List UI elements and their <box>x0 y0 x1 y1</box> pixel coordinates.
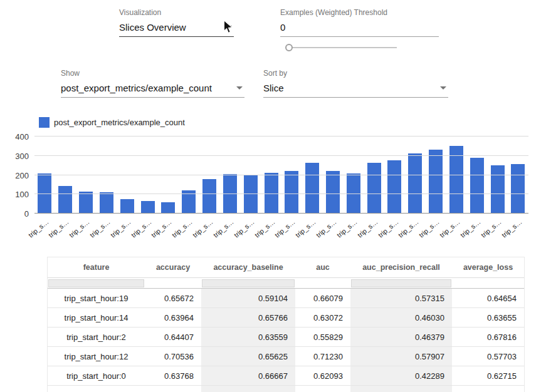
metric-cell: 0.55829 <box>295 328 350 347</box>
feature-cell: trip_start_hour:2 <box>48 328 145 347</box>
feature-cell: trip_start_hour:23 <box>48 386 145 392</box>
bar-cell <box>34 137 55 214</box>
bar-cell <box>261 137 281 214</box>
metric-cell: 0.42289 <box>350 366 452 386</box>
bar[interactable] <box>58 186 72 214</box>
bar[interactable] <box>79 192 93 214</box>
gridline <box>34 175 528 175</box>
filter-cell <box>48 278 145 289</box>
show-label: Show <box>61 69 244 78</box>
y-tick-label: 300 <box>3 152 29 161</box>
column-header-accuracy_baseline[interactable]: accuracy_baseline <box>201 257 295 278</box>
metric-cell: 0.64407 <box>145 328 201 347</box>
metric-cell: 0.44173 <box>350 386 452 392</box>
bar[interactable] <box>285 171 298 214</box>
chevron-down-icon[interactable] <box>236 86 243 90</box>
bar[interactable] <box>367 163 381 214</box>
bar[interactable] <box>491 165 505 214</box>
y-tick-label: 400 <box>3 132 29 142</box>
show-value: post_export_metrics/example_count <box>61 83 212 93</box>
slider-track[interactable] <box>286 47 397 48</box>
gridline <box>34 193 528 194</box>
bar[interactable] <box>161 202 175 214</box>
bar-cell <box>384 137 405 214</box>
bar[interactable] <box>141 201 155 214</box>
column-header-accuracy[interactable]: accuracy <box>145 257 201 278</box>
column-filter-input[interactable] <box>351 279 451 287</box>
metric-cell: 0.63072 <box>295 308 350 328</box>
x-label-cell: trip_s… <box>508 217 528 238</box>
bar[interactable] <box>387 160 401 214</box>
gridline <box>34 213 528 214</box>
bar-cell <box>508 137 528 214</box>
gridline <box>34 155 528 156</box>
show-metric-dropdown[interactable]: Show post_export_metrics/example_count <box>61 69 244 98</box>
filter-cell <box>452 278 524 289</box>
sort-by-label: Sort by <box>263 69 448 78</box>
metric-cell: 0.67816 <box>452 328 524 347</box>
bar[interactable] <box>100 192 113 214</box>
chevron-down-icon[interactable] <box>440 86 446 90</box>
metric-cell: 0.57907 <box>350 347 452 366</box>
gridline <box>34 136 528 137</box>
metric-cell: 0.65672 <box>145 289 201 308</box>
bar[interactable] <box>429 150 443 214</box>
table-body: trip_start_hour:190.656720.591040.660790… <box>48 289 524 392</box>
metric-cell: 0.59104 <box>201 289 295 308</box>
metric-cell: 0.64844 <box>201 386 295 392</box>
column-filter-input[interactable] <box>202 279 295 287</box>
bar[interactable] <box>326 171 340 214</box>
column-header-auc[interactable]: auc <box>295 257 350 278</box>
bar-cell <box>343 137 364 214</box>
bar[interactable] <box>305 163 319 214</box>
table-row: trip_start_hour:20.644070.635590.558290.… <box>48 328 524 347</box>
y-tick-label: 100 <box>3 190 29 199</box>
metric-cell: 0.65625 <box>201 347 295 366</box>
bar-cell <box>281 137 302 214</box>
column-header-auc_precision_recall[interactable]: auc_precision_recall <box>350 257 452 278</box>
bars-container <box>34 137 528 214</box>
table-row: trip_start_hour:140.639640.657660.630720… <box>48 308 524 328</box>
bar-cell <box>364 137 384 214</box>
metric-cell: 0.46379 <box>350 328 452 347</box>
bar-cell <box>199 137 220 214</box>
metrics-table: featureaccuracyaccuracy_baselineaucauc_p… <box>47 257 525 392</box>
feature-cell: trip_start_hour:19 <box>48 289 145 308</box>
bar[interactable] <box>202 179 216 214</box>
legend-swatch <box>39 117 50 128</box>
column-header-feature[interactable]: feature <box>48 257 145 278</box>
table-row: trip_start_hour:230.660160.648440.583370… <box>48 386 524 392</box>
table-row: trip_start_hour:120.705360.656250.712300… <box>48 347 524 366</box>
metric-cell: 0.64654 <box>452 289 524 308</box>
bar-cell <box>179 137 199 214</box>
column-header-average_loss[interactable]: average_loss <box>452 257 524 278</box>
mouse-cursor-icon <box>223 20 233 34</box>
bar[interactable] <box>120 199 134 214</box>
bar-cell <box>487 137 508 214</box>
bar-cell <box>117 137 137 214</box>
metric-cell: 0.63655 <box>452 308 524 328</box>
y-tick-label: 0 <box>3 209 29 219</box>
bar[interactable] <box>408 153 422 214</box>
filter-cell <box>295 278 350 289</box>
metric-cell: 0.65142 <box>452 386 524 392</box>
column-filter-input[interactable] <box>48 279 144 287</box>
x-tick-label: trip_s… <box>26 218 50 239</box>
bar-cell <box>219 137 240 214</box>
bar-cell <box>302 137 323 214</box>
threshold-label: Examples (Weighted) Threshold <box>280 8 439 17</box>
bar-cell <box>446 137 467 214</box>
metric-cell: 0.71230 <box>295 347 350 366</box>
bar[interactable] <box>470 158 484 214</box>
header-row: featureaccuracyaccuracy_baselineaucauc_p… <box>48 257 524 278</box>
bar[interactable] <box>449 146 463 214</box>
slider-knob[interactable] <box>285 44 293 51</box>
filter-cell <box>201 278 295 289</box>
table-row: trip_start_hour:190.656720.591040.660790… <box>48 289 524 308</box>
threshold-slider[interactable] <box>286 44 397 51</box>
threshold-input[interactable] <box>280 17 439 36</box>
sort-by-dropdown[interactable]: Sort by Slice <box>263 69 448 98</box>
feature-cell: trip_start_hour:0 <box>48 366 145 386</box>
bar[interactable] <box>511 164 525 214</box>
visualization-dropdown[interactable]: Visualization Slices Overview <box>119 8 234 37</box>
